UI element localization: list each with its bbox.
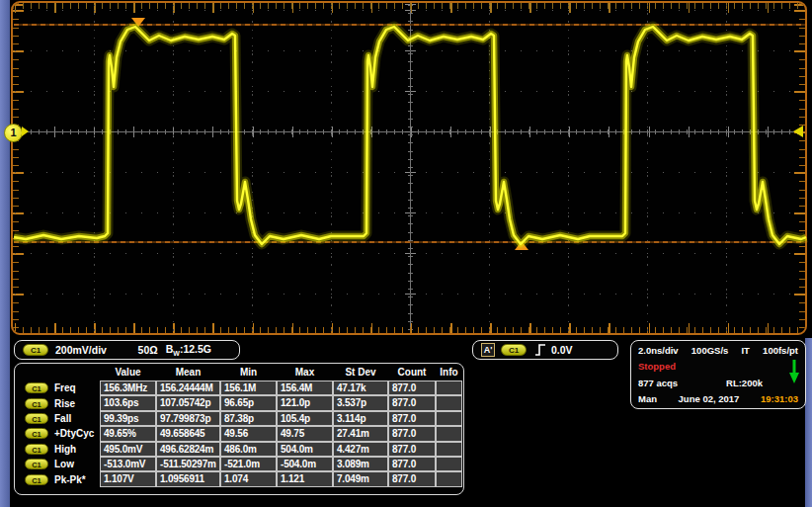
measurement-min: 96.65p (220, 395, 277, 410)
col-header-stdev: St Dev (333, 366, 388, 380)
measurement-source-badge[interactable]: C1 (25, 444, 48, 455)
oscilloscope-screen: 1 C1 200mV/div 50Ω BW:12.5G A' C1 0.0V 2… (0, 0, 812, 507)
channel1-marker-arrow-icon (22, 127, 29, 136)
col-header-info: Info (436, 366, 462, 380)
measurement-count: 877.0 (388, 471, 436, 486)
measurement-row[interactable]: C1 Pk-Pk* 1.107V 1.0956911 1.074 1.121 7… (15, 471, 463, 486)
channel-readout[interactable]: C1 200mV/div 50Ω BW:12.5G (14, 340, 240, 360)
trigger-level-arrow[interactable] (793, 126, 803, 137)
col-header-mean: Mean (156, 366, 220, 380)
measurement-stdev: 4.427m (333, 442, 388, 457)
measurement-row[interactable]: C1 Rise 103.6ps 107.05742p 96.65p 121.0p… (15, 395, 463, 410)
measurement-row[interactable]: C1 Fall 99.39ps 97.799873p 87.38p 105.4p… (15, 411, 463, 426)
acq-mode: IT (741, 345, 749, 356)
measurement-mean: 496.62824m (156, 442, 220, 457)
acq-count: 877 acqs (638, 378, 678, 388)
measurement-info (436, 471, 462, 486)
measurement-row[interactable]: C1 Freq 156.3MHz 156.24444M 156.1M 156.4… (15, 380, 463, 395)
bandwidth: BW:12.5G (166, 343, 211, 357)
measurement-stdev: 3.537p (333, 395, 388, 410)
measurement-table: Value Mean Min Max St Dev Count Info C1 … (14, 363, 464, 495)
measurement-row[interactable]: C1 Low -513.0mV -511.50297m -521.0m -504… (15, 457, 463, 471)
waveform-trace-band (14, 27, 806, 244)
channel1-position-marker[interactable]: 1 (4, 124, 23, 142)
measurement-row[interactable]: C1 +DtyCyc 49.65% 49.658645 49.56 49.75 … (15, 426, 463, 441)
measurement-count: 877.0 (388, 442, 436, 457)
measurement-name: Fall (54, 413, 71, 424)
measurement-source-badge[interactable]: C1 (25, 428, 48, 439)
acquisition-readout[interactable]: 2.0ns/div 100GS/s IT 100fs/pt Stopped 87… (630, 340, 806, 409)
measurement-value: 49.65% (100, 426, 156, 441)
resolution: 100fs/pt (763, 345, 798, 356)
measurement-min: 49.56 (220, 426, 277, 441)
col-header-value: Value (100, 366, 156, 380)
measurement-value: 99.39ps (100, 411, 156, 426)
window-right-rail (805, 338, 812, 507)
waveform-layer (10, 0, 812, 338)
measurement-source-badge[interactable]: C1 (25, 398, 48, 409)
measurement-value: 495.0mV (100, 442, 156, 457)
measurement-count: 877.0 (388, 380, 436, 395)
waveform-trace (14, 27, 806, 244)
acq-time: 19:31:03 (761, 393, 798, 404)
measurement-source-badge[interactable]: C1 (25, 474, 48, 485)
trigger-source-badge: A' (481, 343, 495, 357)
measurement-value: 156.3MHz (100, 380, 156, 395)
measurement-info (436, 457, 462, 471)
waveform-display (10, 0, 812, 338)
measurement-max: 504.0m (277, 442, 333, 457)
measurement-max: 49.75 (277, 426, 333, 441)
acq-date: June 02, 2017 (679, 393, 740, 404)
measurement-source-badge[interactable]: C1 (25, 382, 48, 393)
measurement-max: 105.4p (277, 411, 333, 426)
measurement-min: 1.074 (220, 471, 277, 486)
measurement-stdev: 47.17k (333, 380, 388, 395)
measurement-mean: 97.799873p (156, 411, 220, 426)
col-header-max: Max (277, 366, 333, 380)
measurement-row[interactable]: C1 High 495.0mV 496.62824m 486.0m 504.0m… (15, 442, 463, 457)
measurement-stdev: 7.049m (333, 471, 388, 486)
measurement-count: 877.0 (388, 457, 436, 471)
measurement-name: Freq (54, 382, 76, 393)
measurement-stdev: 27.41m (333, 426, 388, 441)
waveform-trace-glow (14, 27, 806, 244)
measurement-source-badge[interactable]: C1 (25, 413, 48, 424)
measurement-name: High (54, 444, 76, 455)
measurement-mean: -511.50297m (156, 457, 220, 471)
measurement-min: -521.0m (220, 457, 277, 471)
measurement-max: 121.0p (277, 395, 333, 410)
measurement-source-badge[interactable]: C1 (25, 459, 48, 469)
termination: 50Ω (138, 344, 158, 356)
measurement-info (436, 426, 462, 441)
measurement-mean: 156.24444M (156, 380, 220, 395)
sample-rate: 100GS/s (691, 345, 729, 356)
channel-badge[interactable]: C1 (23, 344, 48, 356)
measurement-info (436, 380, 462, 395)
measurement-max: -504.0m (277, 457, 333, 471)
measurement-info (436, 442, 462, 457)
window-left-rail (0, 0, 10, 507)
vertical-scale: 200mV/div (55, 344, 107, 356)
scroll-down-arrow-icon[interactable] (788, 359, 800, 386)
trigger-channel-badge[interactable]: C1 (501, 344, 527, 356)
col-header-min: Min (220, 366, 277, 380)
measurement-name: Pk-Pk* (54, 474, 86, 485)
measurement-value: 103.6ps (100, 395, 156, 410)
measurement-min: 486.0m (220, 442, 277, 457)
measurement-value: -513.0mV (100, 457, 156, 471)
measurement-mean: 1.0956911 (156, 471, 220, 486)
measurement-min: 87.38p (220, 411, 277, 426)
measurement-min: 156.1M (220, 380, 277, 395)
measurement-table-header: Value Mean Min Max St Dev Count Info (15, 366, 463, 380)
measurement-max: 1.121 (277, 471, 333, 486)
measurement-stdev: 3.114p (333, 411, 388, 426)
acq-status: Stopped (638, 361, 676, 372)
measurement-count: 877.0 (388, 395, 436, 410)
trigger-readout[interactable]: A' C1 0.0V (472, 340, 618, 360)
measurement-count: 877.0 (388, 426, 436, 441)
record-length: RL:200k (726, 378, 763, 388)
measurement-info (436, 395, 462, 410)
col-header-count: Count (388, 366, 436, 380)
measurement-name: Low (54, 459, 74, 469)
measurement-name: Rise (54, 398, 75, 409)
